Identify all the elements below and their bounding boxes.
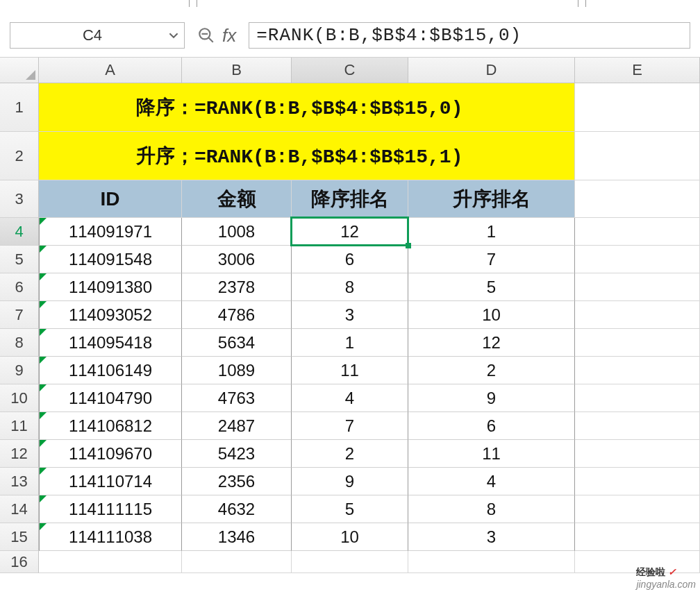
cell-A10[interactable]: 114104790 [39,384,182,412]
cell-D14[interactable]: 8 [408,495,575,523]
cell-C10[interactable]: 4 [292,384,408,412]
column-header-D[interactable]: D [408,58,575,83]
cell-B4[interactable]: 1008 [182,218,292,246]
cell-D11[interactable]: 6 [408,412,575,440]
cell-E6[interactable] [575,273,700,301]
header-id[interactable]: ID [39,180,182,218]
cell-A4[interactable]: 114091971 [39,218,182,246]
cell-E2[interactable] [575,132,700,180]
cell-D4[interactable]: 1 [408,218,575,246]
cell-C7[interactable]: 3 [292,301,408,329]
row-header-9[interactable]: 9 [0,357,39,384]
cell-A11[interactable]: 114106812 [39,412,182,440]
cell-A12[interactable]: 114109670 [39,440,182,468]
cell-B9[interactable]: 1089 [182,357,292,384]
cell-E15[interactable] [575,523,700,551]
cell-C12[interactable]: 2 [292,440,408,468]
row-header-13[interactable]: 13 [0,468,39,495]
cell-A6[interactable]: 114091380 [39,273,182,301]
cell-E1[interactable] [575,83,700,132]
cell-E14[interactable] [575,495,700,523]
cell-B6[interactable]: 2378 [182,273,292,301]
column-header-B[interactable]: B [182,58,292,83]
select-all-corner[interactable] [0,58,39,83]
column-header-A[interactable]: A [39,58,182,83]
row-header-6[interactable]: 6 [0,273,39,301]
cell-E8[interactable] [575,329,700,357]
row-header-5[interactable]: 5 [0,246,39,273]
column-header-C[interactable]: C [292,58,408,83]
chevron-down-icon[interactable] [169,31,178,40]
cell-A14[interactable]: 114111115 [39,495,182,523]
cell-D12[interactable]: 11 [408,440,575,468]
search-icon[interactable] [197,26,215,44]
row-header-15[interactable]: 15 [0,523,39,551]
cell-B13[interactable]: 2356 [182,468,292,495]
formula-input[interactable]: =RANK(B:B,$B$4:$B$15,0) [249,22,690,49]
cell-B5[interactable]: 3006 [182,246,292,273]
cell-C16[interactable] [292,551,408,573]
header-amount[interactable]: 金额 [182,180,292,218]
cell-A8[interactable]: 114095418 [39,329,182,357]
cell-C4[interactable]: 12 [292,218,408,246]
cell-D8[interactable]: 12 [408,329,575,357]
row-header-1[interactable]: 1 [0,83,39,132]
row-header-10[interactable]: 10 [0,384,39,412]
row-header-3[interactable]: 3 [0,180,39,218]
cell-D13[interactable]: 4 [408,468,575,495]
cell-A16[interactable] [39,551,182,573]
cell-E10[interactable] [575,384,700,412]
cell-D16[interactable] [408,551,575,573]
header-asc-rank[interactable]: 升序排名 [408,180,575,218]
fill-handle[interactable] [406,243,411,248]
cell-B12[interactable]: 5423 [182,440,292,468]
cell-D6[interactable]: 5 [408,273,575,301]
cell-A15[interactable]: 114111038 [39,523,182,551]
cell-E9[interactable] [575,357,700,384]
cell-B11[interactable]: 2487 [182,412,292,440]
cell-B10[interactable]: 4763 [182,384,292,412]
cell-E12[interactable] [575,440,700,468]
name-box[interactable]: C4 [10,22,185,49]
cell-B16[interactable] [182,551,292,573]
cell-C8[interactable]: 1 [292,329,408,357]
cell-B15[interactable]: 1346 [182,523,292,551]
cell-C9[interactable]: 11 [292,357,408,384]
cell-A13[interactable]: 114110714 [39,468,182,495]
cell-C6[interactable]: 8 [292,273,408,301]
cell-C5[interactable]: 6 [292,246,408,273]
cell-B7[interactable]: 4786 [182,301,292,329]
cell-C13[interactable]: 9 [292,468,408,495]
cell-D15[interactable]: 3 [408,523,575,551]
header-desc-rank[interactable]: 降序排名 [292,180,408,218]
cell-E7[interactable] [575,301,700,329]
row-header-2[interactable]: 2 [0,132,39,180]
row-header-7[interactable]: 7 [0,301,39,329]
cell-C14[interactable]: 5 [292,495,408,523]
column-header-E[interactable]: E [575,58,700,83]
cell-C15[interactable]: 10 [292,523,408,551]
cell-E5[interactable] [575,246,700,273]
banner-asc[interactable]: 升序；=RANK(B:B,$B$4:$B$15,1) [39,132,575,180]
cell-A9[interactable]: 114106149 [39,357,182,384]
row-header-14[interactable]: 14 [0,495,39,523]
cell-E3[interactable] [575,180,700,218]
row-header-4[interactable]: 4 [0,218,39,246]
cell-E11[interactable] [575,412,700,440]
cell-A7[interactable]: 114093052 [39,301,182,329]
row-header-11[interactable]: 11 [0,412,39,440]
cell-D7[interactable]: 10 [408,301,575,329]
cell-D10[interactable]: 9 [408,384,575,412]
cell-B8[interactable]: 5634 [182,329,292,357]
cell-A5[interactable]: 114091548 [39,246,182,273]
fx-label[interactable]: fx [222,25,236,46]
cell-B14[interactable]: 4632 [182,495,292,523]
banner-desc[interactable]: 降序：=RANK(B:B,$B$4:$B$15,0) [39,83,575,132]
cell-E4[interactable] [575,218,700,246]
cell-D9[interactable]: 2 [408,357,575,384]
cell-C11[interactable]: 7 [292,412,408,440]
cell-D5[interactable]: 7 [408,246,575,273]
row-header-16[interactable]: 16 [0,551,39,573]
cell-E13[interactable] [575,468,700,495]
row-header-12[interactable]: 12 [0,440,39,468]
